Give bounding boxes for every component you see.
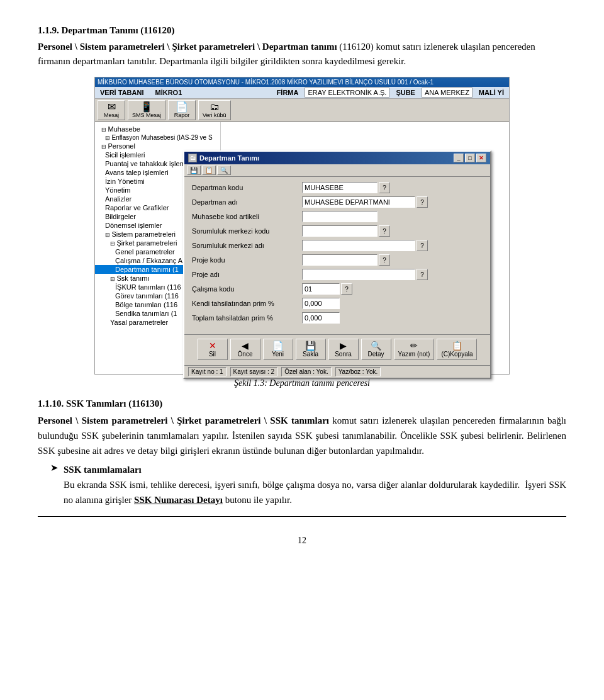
toolbar-mesaj-btn[interactable]: ✉ Mesaj — [98, 100, 125, 120]
dialog-maximize-btn[interactable]: □ — [465, 154, 475, 162]
input-proje-adi[interactable] — [302, 269, 415, 280]
label-kendi-prim: Kendi tahsilatından prim % — [192, 300, 302, 307]
form-row-muhasebe-kod: Muhasebe kod artikeli — [192, 211, 483, 222]
field-departman-adi: ? — [302, 196, 483, 208]
label-sorumluluk-adi: Sorumluluk merkezi adı — [192, 242, 302, 249]
form-row-sorumluluk-kodu: Sorumluluk merkezi kodu ? — [192, 225, 483, 237]
toolbar-sms-btn[interactable]: 📱 SMS Mesaj — [128, 100, 165, 120]
btn-sil[interactable]: ✕ Sil — [198, 339, 228, 360]
sms-icon: 📱 — [140, 102, 153, 112]
dialog-statusbar: Kayıt no : 1 Kayıt sayısı : 2 Özel alan … — [184, 365, 490, 378]
input-muhasebe-kod[interactable] — [302, 211, 378, 222]
page-number: 12 — [38, 536, 566, 552]
btn-sakla[interactable]: 💾 Sakla — [296, 339, 326, 360]
dialog-tb-btn-1[interactable]: 💾 — [187, 166, 201, 175]
dialog-actions: ✕ Sil ◀ Önce 📄 Yeni 💾 Sakla — [184, 334, 490, 365]
label-departman-adi: Departman adı — [192, 198, 302, 206]
btn-departman-adi[interactable]: ? — [417, 196, 428, 208]
field-proje-adi: ? — [302, 269, 483, 280]
dialog-icon: 🗂 — [188, 154, 197, 162]
section-1110-para1: Personel \ Sistem parametreleri \ Şirket… — [38, 413, 566, 458]
status-ozel-alan: Özel alan : Yok. — [281, 367, 332, 376]
input-calisma-kodu[interactable] — [302, 283, 340, 295]
toolbar-veri-kubu-btn[interactable]: 🗂 Veri kübü — [198, 100, 231, 120]
section-119-intro: Personel \ Sistem parametreleri \ Şirket… — [38, 40, 566, 68]
btn-yeni[interactable]: 📄 Yeni — [263, 339, 293, 360]
tree-muhasebe[interactable]: Muhasebe — [95, 125, 220, 133]
yazim-icon: ✏ — [410, 341, 418, 350]
dialog-tb-btn-2[interactable]: 📋 — [202, 166, 216, 175]
form-row-toplam-prim: Toplam tahsilatdan prim % — [192, 312, 483, 324]
main-area: Muhasebe Enflasyon Muhasebesi (IAS-29 ve… — [95, 122, 509, 374]
btn-calisma-kodu[interactable]: ? — [341, 283, 352, 295]
dialog-controls: _ □ ✕ — [454, 154, 486, 162]
mesaj-label: Mesaj — [104, 112, 119, 118]
once-label: Önce — [238, 351, 253, 358]
label-proje-kodu: Proje kodu — [192, 256, 302, 264]
field-calisma-kodu: ? — [302, 283, 483, 295]
departman-dialog: 🗂 Departman Tanımı _ □ ✕ 💾 📋 🔍 — [183, 150, 491, 379]
rapor-label: Rapor — [174, 112, 190, 118]
tree-enflasyon[interactable]: Enflasyon Muhasebesi (IAS-29 ve S — [95, 133, 220, 142]
dialog-close-btn[interactable]: ✕ — [476, 154, 486, 162]
app-titlebar: MİKBURO MUHASEBE BÜROSU OTOMASYONU - MİK… — [95, 77, 509, 87]
status-kayit-no: Kayıt no : 1 — [188, 367, 226, 376]
input-departman-kodu[interactable] — [302, 182, 378, 193]
section-119: 1.1.9. Departman Tanımı (116120) Persone… — [38, 25, 566, 68]
btn-once[interactable]: ◀ Önce — [230, 339, 260, 360]
toolbar: ✉ Mesaj 📱 SMS Mesaj 📄 Rapor 🗂 Veri kübü — [95, 99, 509, 122]
label-sorumluluk-kodu: Sorumluluk merkezi kodu — [192, 227, 302, 235]
btn-proje-adi[interactable]: ? — [417, 269, 428, 280]
tree-personel[interactable]: Personel — [95, 142, 220, 150]
btn-sonra[interactable]: ▶ Sonra — [328, 339, 359, 360]
page-rule — [38, 516, 566, 517]
field-proje-kodu: ? — [302, 254, 483, 266]
label-calisma-kodu: Çalışma kodu — [192, 285, 302, 293]
field-muhasebe-kod — [302, 211, 483, 222]
page-content: 1.1.9. Departman Tanımı (116120) Persone… — [38, 25, 566, 552]
btn-proje-kodu[interactable]: ? — [379, 254, 390, 266]
label-proje-adi: Proje adı — [192, 271, 302, 278]
field-toplam-prim — [302, 312, 483, 324]
toolbar-rapor-btn[interactable]: 📄 Rapor — [168, 100, 196, 120]
section-119-heading: 1.1.9. Departman Tanımı (116120) — [38, 25, 566, 36]
input-sorumluluk-kodu[interactable] — [302, 225, 378, 237]
sakla-label: Sakla — [303, 351, 318, 358]
form-row-calisma-kodu: Çalışma kodu ? — [192, 283, 483, 295]
bullet-arrow-icon: ➤ — [50, 462, 59, 473]
dialog-titlebar: 🗂 Departman Tanımı _ □ ✕ — [184, 152, 490, 164]
app-title: MİKBURO MUHASEBE BÜROSU OTOMASYONU - MİK… — [98, 79, 433, 86]
form-row-proje-adi: Proje adı ? — [192, 269, 483, 280]
sonra-icon: ▶ — [340, 341, 347, 350]
status-kayit-sayisi: Kayıt sayısı : 2 — [230, 367, 278, 376]
menu-firma[interactable]: FİRMA — [274, 88, 301, 97]
input-departman-adi[interactable] — [302, 196, 415, 208]
form-row-departman-kodu: Departman kodu ? — [192, 182, 483, 193]
btn-yazim[interactable]: ✏ Yazım (not) — [394, 339, 435, 360]
btn-sorumluluk-kodu[interactable]: ? — [379, 225, 390, 237]
input-proje-kodu[interactable] — [302, 254, 378, 266]
input-toplam-prim[interactable] — [302, 312, 340, 324]
dialog-form: Departman kodu ? Departman adı ? — [184, 177, 490, 332]
menu-mali-yi[interactable]: MALİ Yİ — [476, 88, 506, 97]
dialog-tb-btn-3[interactable]: 🔍 — [217, 166, 231, 175]
btn-kopyala[interactable]: 📋 (C)Kopyala — [437, 339, 477, 360]
menu-veri-tabani[interactable]: VERİ TABANI — [98, 88, 146, 97]
btn-sorumluluk-adi[interactable]: ? — [417, 240, 428, 251]
menu-sube[interactable]: ŞUBE — [393, 88, 418, 97]
input-kendi-prim[interactable] — [302, 298, 340, 309]
yeni-icon: 📄 — [272, 341, 283, 350]
btn-departman-kodu[interactable]: ? — [379, 182, 390, 193]
section-1110-heading: 1.1.10. SSK Tanımları (116130) — [38, 398, 566, 409]
form-row-proje-kodu: Proje kodu ? — [192, 254, 483, 266]
section-1110: 1.1.10. SSK Tanımları (116130) Personel … — [38, 398, 566, 507]
menu-mikro1[interactable]: MİKRO1 — [152, 88, 184, 97]
btn-detay[interactable]: 🔍 Detay — [361, 339, 391, 360]
sakla-icon: 💾 — [305, 341, 316, 350]
veri-kubu-icon: 🗂 — [210, 102, 220, 112]
bullet-ssk-tanimlama: ➤ SSK tanımlamaları Bu ekranda SSK ismi,… — [50, 462, 566, 507]
dialog-minimize-btn[interactable]: _ — [454, 154, 464, 162]
form-row-departman-adi: Departman adı ? — [192, 196, 483, 208]
mesaj-icon: ✉ — [108, 102, 116, 112]
input-sorumluluk-adi[interactable] — [302, 240, 415, 251]
